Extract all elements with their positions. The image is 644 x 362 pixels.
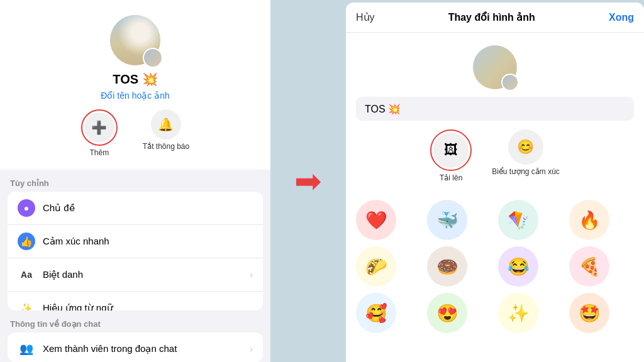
emoji-icon-circle: 😊 (508, 129, 543, 165)
emoji-smiling-face[interactable]: 🥰 (356, 293, 396, 333)
right-profile-section: 🖼 Tải lên 😊 Biểu tượng cảm xúc (346, 33, 644, 200)
right-avatar-small (501, 74, 519, 91)
right-title: Thay đổi hình ảnh (448, 11, 535, 23)
emoji-label: Biểu tượng cảm xúc (492, 167, 560, 176)
emoji-heart[interactable]: ❤️ (356, 200, 396, 240)
emoji-donut[interactable]: 🍩 (427, 246, 467, 287)
avatar-container (110, 15, 160, 65)
mute-button[interactable]: 🔔 Tắt thông báo (143, 109, 189, 157)
effects-icon: ✨ (18, 299, 35, 310)
menu-item-nickname[interactable]: Aa Biệt danh › (8, 258, 263, 292)
upload-icon-circle: 🖼 (433, 133, 469, 168)
members-chevron-icon: › (250, 344, 253, 354)
members-icon: 👥 (18, 340, 35, 358)
emoji-grid: ❤️ 🐳 🪁 🔥 🌮 🍩 😂 🍕 🥰 😍 ✨ 🤩 (346, 200, 644, 333)
add-label: Thêm (89, 148, 109, 157)
arrow-right-icon: ➡ (294, 165, 322, 197)
menu-item-members[interactable]: 👥 Xem thành viên trong đoạn chat › (8, 332, 263, 362)
add-button[interactable]: ➕ Thêm (81, 109, 118, 157)
emoji-pizza[interactable]: 🍕 (569, 246, 609, 287)
members-text: Xem thành viên trong đoạn chat (43, 343, 242, 354)
mute-label: Tắt thông báo (143, 142, 189, 151)
emoji-whale[interactable]: 🐳 (427, 200, 467, 240)
mute-icon-circle: 🔔 (151, 109, 181, 140)
avatar-small (143, 48, 163, 68)
emoji-sparkles[interactable]: ✨ (498, 293, 538, 333)
emoji-laugh[interactable]: 😂 (498, 246, 538, 287)
emoji-taco[interactable]: 🌮 (356, 246, 396, 287)
arrow-section: ➡ (270, 0, 346, 362)
cancel-button[interactable]: Hủy (356, 11, 375, 23)
effects-text: Hiệu ứng từ ngữ (43, 302, 253, 310)
right-panel: Hủy Thay đổi hình ảnh Xong 🖼 Tải lên 😊 (346, 3, 644, 362)
emoji-fire[interactable]: 🔥 (569, 200, 609, 240)
left-panel: TOS 💥 Đổi tên hoặc ảnh ➕ Thêm 🔔 Tắt thôn… (0, 0, 270, 362)
right-header: Hủy Thay đổi hình ảnh Xong (346, 3, 644, 33)
emoji-button[interactable]: 😊 Biểu tượng cảm xúc (492, 129, 560, 182)
add-icon-circle: ➕ (84, 112, 114, 143)
chat-info-menu: 👥 Xem thành viên trong đoạn chat › (8, 332, 263, 362)
reaction-text: Cảm xúc nhanh (43, 236, 253, 247)
menu-item-theme[interactable]: ● Chủ đề (8, 192, 263, 225)
chevron-icon: › (250, 270, 253, 280)
emoji-star-struck[interactable]: 🤩 (569, 293, 609, 333)
name-input[interactable] (356, 97, 634, 121)
reaction-icon: 👍 (18, 233, 35, 250)
profile-name: TOS 💥 (113, 72, 157, 87)
action-buttons: ➕ Thêm 🔔 Tắt thông báo (81, 109, 189, 157)
emoji-kite[interactable]: 🪁 (498, 200, 538, 240)
done-button[interactable]: Xong (609, 12, 634, 23)
customize-label: Tùy chỉnh (0, 170, 270, 192)
image-icon: 🖼 (444, 142, 458, 158)
add-icon: ➕ (91, 120, 107, 135)
emoji-heart-eyes[interactable]: 😍 (427, 293, 467, 333)
smiley-icon: 😊 (517, 139, 534, 155)
profile-section: TOS 💥 Đổi tên hoặc ảnh ➕ Thêm 🔔 Tắt thôn… (0, 0, 270, 170)
nickname-icon: Aa (18, 266, 35, 283)
menu-item-reaction[interactable]: 👍 Cảm xúc nhanh (8, 225, 263, 258)
nickname-text: Biệt danh (43, 269, 242, 280)
bell-icon: 🔔 (158, 117, 174, 132)
theme-text: Chủ đề (43, 202, 253, 214)
upload-options: 🖼 Tải lên 😊 Biểu tượng cảm xúc (430, 129, 560, 182)
upload-photo-button[interactable]: 🖼 Tải lên (430, 129, 472, 182)
theme-icon: ● (18, 199, 35, 217)
right-avatar (473, 45, 517, 89)
chat-info-label: Thông tin về đoạn chat (0, 310, 270, 332)
menu-item-effects[interactable]: ✨ Hiệu ứng từ ngữ (8, 292, 263, 310)
profile-edit-link[interactable]: Đổi tên hoặc ảnh (101, 90, 170, 101)
customize-menu: ● Chủ đề 👍 Cảm xúc nhanh Aa Biệt danh › … (8, 192, 263, 310)
upload-label: Tải lên (440, 173, 462, 182)
